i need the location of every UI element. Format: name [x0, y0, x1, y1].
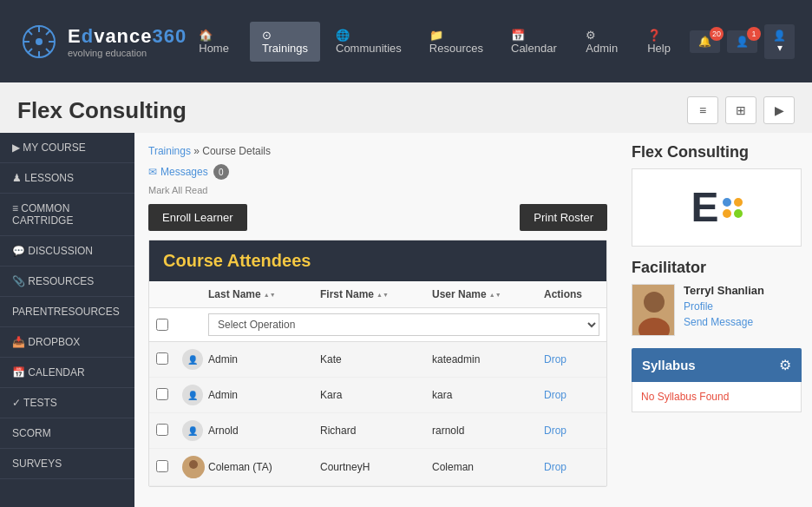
row3-action: Drop	[537, 418, 606, 444]
nav-calendar[interactable]: 📅 Calendar	[499, 22, 570, 62]
sidebar-item-dropbox[interactable]: 📥 DROPBOX	[0, 327, 134, 358]
row4-first-name: CourtneyH	[313, 454, 425, 480]
sidebar-item-scorm[interactable]: SCORM	[0, 418, 134, 449]
table-row: 👤 Admin Kate kateadmin Drop	[149, 342, 606, 378]
nav-home[interactable]: 🏠 Home	[187, 22, 246, 62]
action-buttons: Enroll Learner Print Roster	[148, 204, 607, 231]
dot-blue-tl	[723, 198, 731, 207]
svg-line-9	[28, 49, 32, 53]
syllabus-status: No Syllabus Found	[641, 391, 729, 403]
facilitator-label: Facilitator	[632, 259, 802, 277]
last-name-sort[interactable]: ▲▼	[264, 292, 276, 298]
row1-avatar: 👤	[175, 342, 201, 377]
username-sort[interactable]: ▲▼	[489, 292, 501, 298]
svg-line-7	[46, 49, 50, 53]
nav-help[interactable]: ❓ Help	[635, 22, 690, 62]
notifications-button[interactable]: 🔔 20	[690, 30, 720, 53]
avatar: 👤	[182, 385, 203, 405]
row3-checkbox-input[interactable]	[156, 424, 168, 436]
nav-resources[interactable]: 📁 Resources	[417, 22, 495, 62]
row4-checkbox-input[interactable]	[156, 460, 168, 472]
syllabus-gear-icon[interactable]: ⚙	[779, 357, 791, 373]
play-button[interactable]: ▶	[763, 96, 795, 124]
svg-point-1	[36, 38, 43, 45]
table-column-headers: Last Name ▲▼ First Name ▲▼ User Name ▲▼ …	[149, 281, 606, 308]
svg-point-13	[644, 292, 665, 313]
breadcrumb-link[interactable]: Trainings	[148, 145, 191, 157]
breadcrumb-current: Course Details	[202, 145, 271, 157]
row3-checkbox	[149, 417, 175, 445]
syllabus-title: Syllabus	[642, 358, 696, 372]
sidebar-item-calendar[interactable]: 📅 CALENDAR	[0, 358, 134, 388]
sidebar-item-common-cartridge[interactable]: ≡ COMMON CARTRIDGE	[0, 194, 134, 236]
facilitator-info: Terryl Shanlian Profile Send Message	[684, 284, 764, 328]
sidebar-item-surveys[interactable]: SURVEYS	[0, 449, 134, 479]
grid-view-button[interactable]: ⊞	[725, 96, 756, 124]
drop-link[interactable]: Drop	[544, 461, 566, 473]
row1-username: kateadmin	[425, 346, 537, 372]
row3-first-name: Richard	[313, 418, 425, 444]
dot-orange-bl	[723, 209, 731, 218]
sidebar-item-resources[interactable]: 📎 RESOURCES	[0, 267, 134, 297]
sidebar-item-lessons[interactable]: ♟ LESSONS	[0, 163, 134, 194]
table-row: Coleman (TA) CourtneyH Coleman Drop	[149, 449, 606, 486]
avatar: 👤	[182, 349, 203, 370]
svg-point-10	[189, 460, 198, 469]
profile-link[interactable]: Profile	[684, 300, 764, 313]
first-name-sort[interactable]: ▲▼	[377, 292, 389, 298]
col-username[interactable]: User Name ▲▼	[425, 281, 537, 307]
nav-admin[interactable]: ⚙ Admin	[573, 22, 632, 62]
svg-line-8	[46, 30, 50, 35]
row2-checkbox-input[interactable]	[156, 388, 168, 400]
col-first-name[interactable]: First Name ▲▼	[313, 281, 425, 307]
drop-link[interactable]: Drop	[544, 425, 566, 437]
facilitator-section: Facilitator Terryl Shanlian Profile Send…	[632, 259, 802, 336]
message-count: 0	[213, 164, 229, 180]
facilitator-name: Terryl Shanlian	[684, 284, 764, 297]
page-title: Flex Consulting	[17, 97, 187, 124]
sidebar-item-discussion[interactable]: 💬 DISCUSSION	[0, 236, 134, 267]
col-avatar	[175, 281, 201, 307]
nav-trainings[interactable]: ⊙ Trainings	[250, 22, 320, 62]
dot-orange-tr	[734, 198, 743, 207]
alerts-button[interactable]: 👤 1	[727, 30, 757, 53]
dot-green-br	[734, 209, 743, 218]
select-all-checkbox[interactable]	[156, 319, 168, 331]
messages-label[interactable]: ✉ Messages	[148, 166, 208, 178]
print-roster-button[interactable]: Print Roster	[520, 204, 607, 231]
table-title: Course Attendees	[149, 240, 606, 281]
notification-badge: 20	[710, 27, 724, 41]
sidebar-item-my-course[interactable]: ▶ MY COURSE	[0, 133, 134, 163]
row4-checkbox	[149, 453, 175, 482]
avatar: 👤	[182, 420, 203, 441]
row2-username: kara	[425, 382, 537, 408]
right-course-title: Flex Consulting	[632, 143, 802, 161]
row1-checkbox-input[interactable]	[156, 352, 168, 365]
select-operation-row: Select Operation	[149, 308, 606, 342]
col-last-name[interactable]: Last Name ▲▼	[201, 281, 313, 307]
facilitator-photo	[632, 284, 675, 336]
logo: Edvance360 evolving education	[17, 20, 187, 63]
mark-all-read[interactable]: Mark All Read	[148, 185, 607, 195]
breadcrumb: Trainings » Course Details	[148, 145, 607, 157]
drop-link[interactable]: Drop	[544, 353, 566, 365]
sidebar-item-tests[interactable]: ✓ TESTS	[0, 388, 134, 418]
messages-bar: ✉ Messages 0	[148, 164, 607, 180]
right-panel: Flex Consulting E Facilitator	[621, 133, 812, 507]
breadcrumb-separator: »	[193, 145, 202, 157]
user-menu-button[interactable]: 👤▾	[764, 24, 795, 59]
send-message-link[interactable]: Send Message	[684, 316, 764, 328]
logo-text: Edvance360 evolving education	[68, 25, 187, 58]
enroll-learner-button[interactable]: Enroll Learner	[148, 204, 247, 231]
row1-last-name: Admin	[201, 346, 313, 372]
sidebar-item-parentresources[interactable]: PARENTRESOURCES	[0, 297, 134, 327]
nav-communities[interactable]: 🌐 Communities	[324, 22, 414, 62]
select-operation-dropdown[interactable]: Select Operation	[208, 313, 599, 336]
logo-name: Edvance360	[68, 25, 187, 48]
drop-link[interactable]: Drop	[544, 389, 566, 401]
col-checkbox	[149, 281, 175, 307]
list-view-button[interactable]: ≡	[687, 96, 718, 124]
syllabus-box: Syllabus ⚙	[632, 348, 802, 382]
row2-checkbox	[149, 381, 175, 410]
row2-first-name: Kara	[313, 382, 425, 408]
